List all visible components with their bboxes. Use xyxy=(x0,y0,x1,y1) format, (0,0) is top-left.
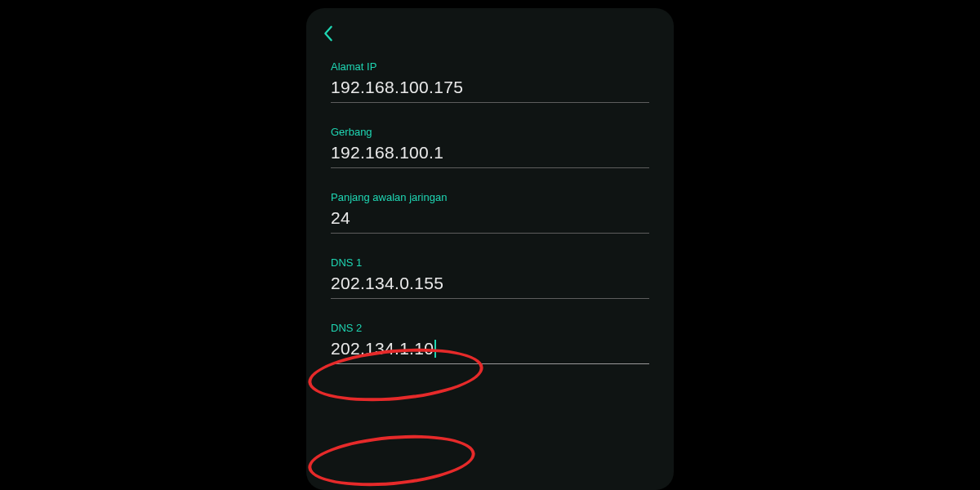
back-button[interactable] xyxy=(306,15,350,60)
prefix-length-input[interactable]: 24 xyxy=(331,207,649,234)
chevron-left-icon xyxy=(321,24,336,46)
prefix-length-label: Panjang awalan jaringan xyxy=(331,191,649,203)
ip-address-field: Alamat IP 192.168.100.175 xyxy=(331,60,649,103)
dns1-label: DNS 1 xyxy=(331,256,649,269)
prefix-length-field: Panjang awalan jaringan 24 xyxy=(331,191,649,234)
settings-panel: Alamat IP 192.168.100.175 Gerbang 192.16… xyxy=(306,8,674,490)
text-cursor xyxy=(434,340,436,358)
dns2-input[interactable]: 202.134.1.10 xyxy=(331,337,649,364)
dns2-label: DNS 2 xyxy=(331,322,649,334)
gateway-input[interactable]: 192.168.100.1 xyxy=(331,141,649,168)
dns1-input[interactable]: 202.134.0.155 xyxy=(331,272,649,299)
dns2-field: DNS 2 202.134.1.10 xyxy=(331,322,649,364)
ip-address-label: Alamat IP xyxy=(331,60,649,73)
ip-address-input[interactable]: 192.168.100.175 xyxy=(331,76,649,103)
gateway-field: Gerbang 192.168.100.1 xyxy=(331,126,649,168)
dns1-field: DNS 1 202.134.0.155 xyxy=(331,256,649,299)
gateway-label: Gerbang xyxy=(331,126,649,138)
network-form: Alamat IP 192.168.100.175 Gerbang 192.16… xyxy=(306,60,674,364)
